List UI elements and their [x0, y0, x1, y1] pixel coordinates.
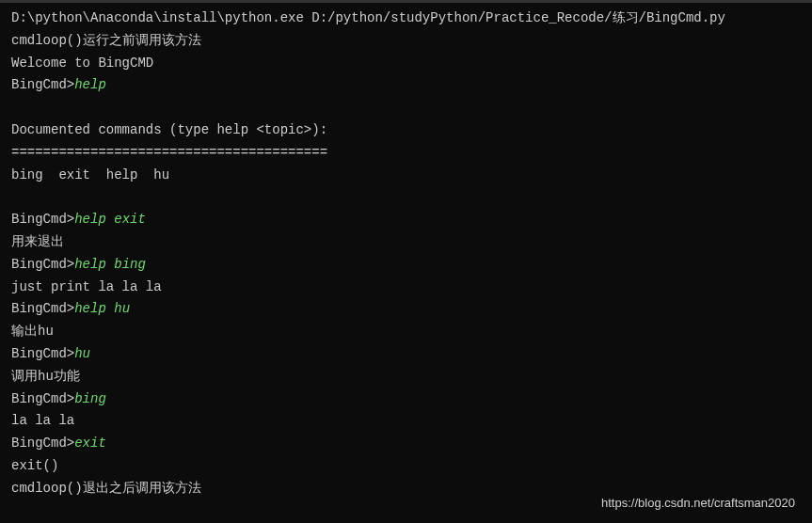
input-hu: hu: [74, 346, 90, 361]
prompt: BingCmd>: [11, 346, 74, 361]
preloop-output: cmdloop()运行之前调用该方法: [11, 30, 801, 53]
window-top-border: [0, 0, 812, 3]
prompt: BingCmd>: [11, 436, 74, 451]
prompt-line-3: BingCmd>help bing: [11, 254, 801, 277]
prompt: BingCmd>: [11, 391, 74, 406]
input-exit: exit: [74, 436, 106, 451]
blank-line: [11, 97, 801, 119]
prompt: BingCmd>: [11, 301, 74, 316]
output-exit: exit(): [11, 455, 801, 478]
exec-line: D:\python\Anaconda\install\python.exe D:…: [11, 8, 801, 30]
output-help-hu: 输出hu: [11, 321, 801, 343]
blank-line: [11, 186, 801, 209]
prompt-line-2: BingCmd>help exit: [11, 209, 801, 231]
watermark-text: https://blog.csdn.net/craftsman2020: [601, 493, 795, 514]
prompt: BingCmd>: [11, 77, 74, 92]
output-help-bing: just print la la la: [11, 277, 801, 299]
input-help-hu: help hu: [74, 301, 130, 316]
prompt: BingCmd>: [11, 257, 74, 272]
prompt-line-6: BingCmd>bing: [11, 388, 801, 411]
terminal-output[interactable]: D:\python\Anaconda\install\python.exe D:…: [11, 8, 801, 500]
input-help-bing: help bing: [74, 257, 146, 272]
output-bing: la la la: [11, 410, 801, 433]
input-bing: bing: [74, 391, 106, 406]
prompt-line-1: BingCmd>help: [11, 74, 801, 97]
doc-list: bing exit help hu: [11, 165, 801, 187]
prompt-line-5: BingCmd>hu: [11, 343, 801, 366]
output-help-exit: 用来退出: [11, 231, 801, 254]
welcome-output: Welcome to BingCMD: [11, 53, 801, 75]
doc-separator: ========================================: [11, 142, 801, 165]
output-hu: 调用hu功能: [11, 366, 801, 388]
prompt: BingCmd>: [11, 212, 74, 227]
prompt-line-7: BingCmd>exit: [11, 433, 801, 455]
input-help: help: [74, 77, 106, 92]
doc-header: Documented commands (type help <topic>):: [11, 119, 801, 142]
prompt-line-4: BingCmd>help hu: [11, 298, 801, 321]
input-help-exit: help exit: [74, 212, 146, 227]
